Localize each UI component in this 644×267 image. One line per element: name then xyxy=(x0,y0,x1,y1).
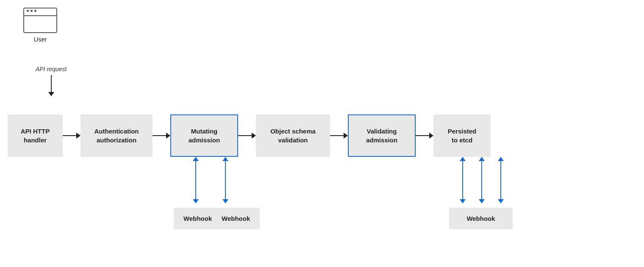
double-arrow-validating-1 xyxy=(460,157,466,203)
box-object-schema: Object schema validation xyxy=(256,114,330,157)
browser-icon xyxy=(23,8,57,33)
api-request-label: API request xyxy=(36,66,67,72)
arrow-2 xyxy=(153,133,170,139)
browser-dots xyxy=(27,10,36,12)
user-arrow-line xyxy=(51,75,52,92)
double-arrow-mutating-left xyxy=(193,157,199,203)
user-section: User xyxy=(23,8,57,43)
arrow-3 xyxy=(238,133,256,139)
webhook-box-3: Webhook xyxy=(449,208,513,229)
box-mutating-admission: Mutating admission xyxy=(170,114,238,157)
double-arrow-validating-3 xyxy=(498,157,504,203)
webhook-box-2: Webhook xyxy=(212,208,260,229)
arrow-1 xyxy=(63,133,80,139)
arrow-5 xyxy=(416,133,433,139)
diagram-container: User API request API HTTP handler Authen… xyxy=(0,0,644,267)
user-label: User xyxy=(33,36,47,43)
double-arrow-validating-2 xyxy=(479,157,485,203)
box-api-http-handler: API HTTP handler xyxy=(8,114,63,157)
box-auth-authz: Authentication authorization xyxy=(80,114,153,157)
box-validating-admission: Validating admission xyxy=(348,114,416,157)
process-row: API HTTP handler Authentication authoriz… xyxy=(8,114,491,157)
box-persisted-etcd: Persisted to etcd xyxy=(433,114,491,157)
double-arrow-mutating-right xyxy=(222,157,228,203)
arrow-4 xyxy=(330,133,348,139)
user-arrow-head xyxy=(48,92,54,96)
